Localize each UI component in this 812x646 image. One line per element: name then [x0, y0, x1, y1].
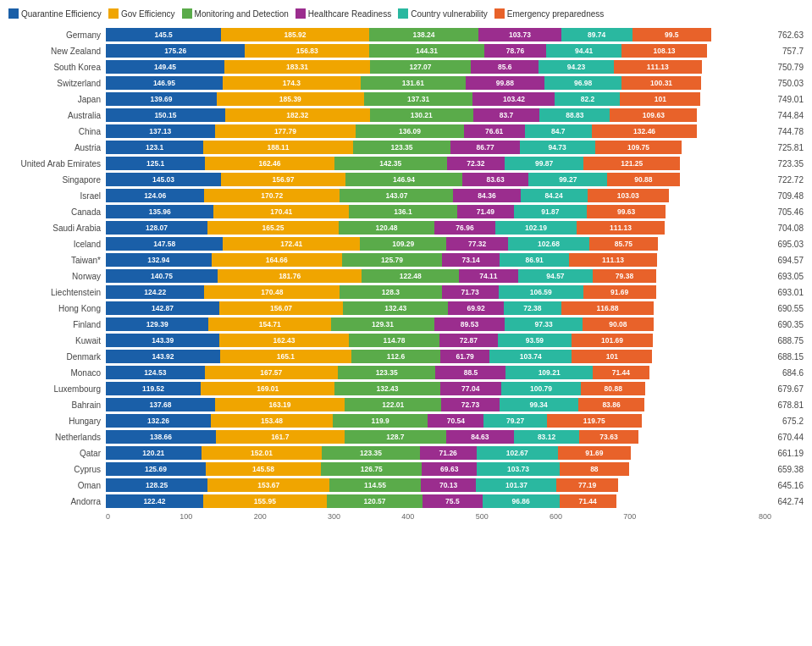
legend-item: Monitoring and Detection	[182, 8, 289, 19]
bar-segment: 91.69	[583, 285, 656, 299]
table-row: Finland129.39154.71129.3189.5397.3390.08…	[8, 317, 804, 332]
bar-segments: 145.5185.92138.24103.7389.7499.5	[106, 28, 771, 41]
bar-segment: 137.68	[106, 398, 215, 411]
row-label: Cyprus	[8, 465, 106, 474]
bar-segment: 142.87	[106, 301, 219, 315]
row-total: 744.78	[771, 127, 804, 136]
row-total: 695.03	[771, 240, 804, 249]
bar-segments: 146.95174.3131.6199.8896.98100.31	[106, 76, 771, 90]
bar-segment: 136.1	[349, 205, 457, 218]
row-total: 690.55	[771, 304, 804, 313]
bar-segment: 61.79	[440, 350, 489, 363]
legend-label: Quarantine Efficiency	[21, 9, 102, 19]
bar-segment: 101.37	[476, 478, 556, 492]
legend-color	[8, 8, 19, 19]
bar-segments: 125.69145.58126.7569.63103.7388	[106, 462, 771, 476]
row-total: 744.84	[771, 111, 804, 120]
bar-segment: 80.88	[581, 382, 645, 395]
table-row: Japan139.69185.39137.31103.4282.2101749.…	[8, 91, 804, 107]
row-label: Canada	[8, 207, 106, 217]
bar-segment: 140.75	[106, 269, 218, 283]
bar-segment: 156.07	[219, 301, 343, 315]
bar-segment: 73.14	[442, 253, 500, 267]
row-total: 659.38	[771, 465, 804, 474]
row-label: Hong Kong	[8, 304, 106, 313]
bar-segment: 161.7	[216, 430, 345, 444]
legend-label: Gov Efficiency	[121, 9, 175, 19]
bar-segment: 124.22	[106, 285, 204, 299]
table-row: Hong Kong142.87156.07132.4369.9272.38116…	[8, 301, 804, 316]
table-row: China137.13177.79136.0976.6184.7132.4674…	[8, 124, 804, 139]
bar-segment: 106.59	[499, 285, 583, 299]
bar-segment: 97.33	[505, 317, 582, 331]
bar-segment: 145.58	[206, 462, 321, 476]
bar-segment: 69.63	[422, 462, 477, 476]
bar-segment: 70.13	[421, 478, 477, 492]
bar-segment: 111.13	[614, 60, 702, 74]
bar-segment: 71.44	[560, 494, 616, 508]
bar-segment: 145.03	[106, 173, 221, 186]
row-total: 762.63	[771, 30, 804, 40]
bar-segment: 146.95	[106, 76, 223, 90]
bar-segment: 84.36	[453, 189, 520, 202]
bar-segment: 185.39	[217, 92, 364, 106]
bar-segment: 102.68	[508, 237, 589, 251]
row-label: Norway	[8, 272, 106, 281]
bar-segment: 112.6	[351, 350, 441, 363]
bar-segment: 93.59	[498, 334, 572, 347]
bar-segment: 111.13	[569, 253, 657, 267]
bar-segments: 147.58172.41109.2977.32102.6885.75	[106, 237, 771, 251]
bar-segment: 165.25	[207, 221, 339, 235]
bar-segment: 84.63	[446, 430, 513, 444]
bar-segments: 123.1188.11123.3586.7794.73109.75	[106, 141, 771, 154]
bar-segment: 100.79	[501, 382, 581, 395]
bar-segment: 175.26	[106, 44, 245, 58]
bar-segment: 77.32	[446, 237, 507, 251]
table-row: Andorra122.42155.95120.5775.596.8671.446…	[8, 494, 804, 509]
bar-segment: 122.01	[345, 398, 441, 411]
bar-segment: 147.58	[106, 237, 223, 251]
bar-segment: 102.67	[477, 446, 558, 460]
bar-segment: 89.53	[434, 317, 505, 331]
x-tick: 800	[698, 512, 771, 521]
bar-segment: 145.5	[106, 28, 221, 41]
bar-segment: 152.01	[202, 446, 323, 460]
bar-segment: 132.43	[343, 301, 448, 315]
x-tick: 500	[476, 512, 550, 521]
row-label: Andorra	[8, 497, 106, 506]
bar-segment: 70.54	[428, 414, 483, 428]
bar-segment: 153.67	[207, 478, 329, 492]
table-row: South Korea149.45183.31127.0785.694.2311…	[8, 59, 804, 75]
row-label: Oman	[8, 481, 106, 490]
bar-segment: 131.61	[361, 76, 465, 90]
chart-container: Quarantine EfficiencyGov EfficiencyMonit…	[0, 0, 812, 546]
row-label: Switzerland	[8, 79, 106, 88]
bar-segment: 109.63	[610, 108, 697, 122]
bar-segment: 99.34	[500, 398, 578, 411]
table-row: Liechtenstein124.22170.48128.371.73106.5…	[8, 284, 804, 300]
bar-segment: 72.73	[441, 398, 499, 411]
bar-segment: 79.27	[483, 414, 546, 428]
bar-segment: 128.7	[345, 430, 447, 444]
bar-segments: 119.52169.01132.4377.04100.7980.88	[106, 382, 771, 395]
row-label: Japan	[8, 95, 106, 104]
table-row: Oman128.25153.67114.5570.13101.3777.1964…	[8, 478, 804, 493]
bar-segment: 84.7	[525, 124, 592, 138]
bar-segment: 89.74	[561, 28, 632, 41]
bar-segment: 111.13	[577, 221, 665, 235]
bar-segment: 183.31	[224, 60, 370, 74]
bar-segment: 129.31	[331, 317, 434, 331]
bar-segment: 71.49	[457, 205, 514, 218]
bar-segments: 124.53167.57123.3588.5109.2171.44	[106, 366, 771, 379]
bar-segment: 88.83	[539, 108, 610, 122]
table-row: Hungary132.26153.48119.970.5479.27119.75…	[8, 413, 804, 428]
legend-item: Gov Efficiency	[108, 8, 175, 19]
bar-segment: 125.79	[342, 253, 442, 267]
bar-segment: 99.63	[587, 205, 666, 218]
bar-segment: 72.38	[504, 301, 561, 315]
bar-segment: 71.44	[593, 366, 649, 379]
legend-label: Country vulnerability	[411, 9, 488, 19]
bar-segment: 162.43	[219, 334, 348, 347]
bar-segments: 143.39162.43114.7872.8793.59101.69	[106, 334, 771, 347]
table-row: Singapore145.03156.97146.9483.6399.2790.…	[8, 172, 804, 187]
